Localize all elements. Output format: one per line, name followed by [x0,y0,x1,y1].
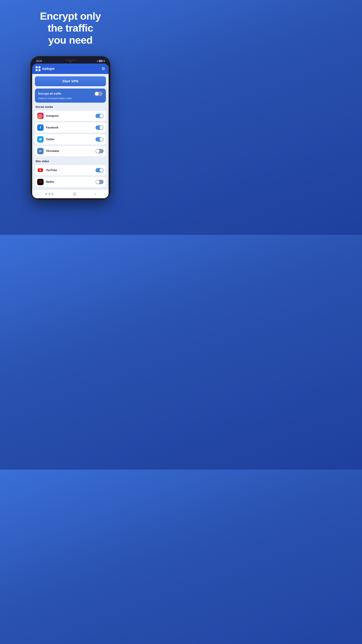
nav-home-button[interactable]: ⬜ [72,192,76,196]
app-header: notvpn ⚙ [32,64,109,74]
phone-nav: ⫼⫼⫼ ⬜ ‹ [32,190,109,198]
twitter-toggle[interactable] [95,137,104,142]
app-logo: notvpn [35,66,54,71]
start-vpn-button[interactable]: Start VPN [35,76,106,86]
social-media-section: Social media Instagram [32,103,109,159]
netflix-letter: N [39,180,42,184]
phone-screen: notvpn ⚙ Start VPN Encrypt all traffic L… [32,64,109,198]
twitter-name: Twitter [46,138,93,141]
youtube-play-container [38,168,43,172]
instagram-icon [37,113,43,119]
encrypt-row: Encrypt all traffic [38,92,103,96]
site-video-title: Site video [35,160,106,163]
facebook-toggle[interactable] [95,126,104,130]
status-icons: ▲ ▌▌▌ ▮ [96,60,105,62]
encrypt-title: Encrypt all traffic [38,92,61,96]
nav-recent-button[interactable]: ⫼⫼⫼ [45,192,54,196]
instagram-item: Instagram [35,111,106,121]
wifi-icon: ▲ [96,60,98,62]
instagram-toggle[interactable] [95,114,104,118]
social-media-title: Social media [35,105,106,109]
phone-shell: 11:13 ▲ ▌▌▌ ▮ notvpn ⚙ Start VPN [30,56,111,200]
youtube-play-triangle [40,169,41,172]
battery-icon: ▮ [104,60,105,62]
social-media-list: Instagram f Facebook [35,111,106,156]
encrypt-toggle[interactable] [94,92,103,96]
youtube-icon [37,167,43,174]
youtube-item: YouTube [35,165,106,176]
vkontakte-icon: VK [37,148,43,154]
svg-rect-0 [39,114,42,118]
netflix-icon: N [37,179,43,185]
facebook-letter: f [40,126,41,130]
facebook-name: Facebook [46,126,93,129]
site-video-list: YouTube N Netflix [35,165,106,187]
hero-title: Encrypt only the traffic you need [40,10,101,46]
instagram-svg [38,114,42,118]
nav-back-button[interactable]: ‹ [95,192,96,196]
encrypt-card: Encrypt all traffic Leads to increased b… [35,88,106,103]
logo-icon [35,66,40,71]
logo-dot-4 [38,69,40,71]
twitter-icon [37,136,43,142]
logo-dot-3 [35,69,38,71]
youtube-name: YouTube [46,169,93,172]
logo-dot-1 [35,66,38,68]
netflix-item: N Netflix [35,177,106,187]
netflix-name: Netflix [46,180,93,184]
vkontakte-item: VK VKontakte [35,146,106,156]
facebook-icon: f [37,124,43,131]
phone-speaker [65,60,75,60]
twitter-svg [39,138,42,141]
vkontakte-name: VKontakte [46,150,93,152]
app-name: notvpn [42,66,54,71]
netflix-toggle[interactable] [95,180,104,184]
svg-point-2 [41,115,41,115]
site-video-section: Site video YouTube N [32,159,109,190]
vk-letter: VK [39,150,42,152]
status-time: 11:13 [36,60,42,62]
settings-icon[interactable]: ⚙ [102,66,105,71]
logo-dot-2 [38,66,40,68]
twitter-item: Twitter [35,134,106,144]
phone-camera [69,61,71,63]
youtube-toggle[interactable] [95,168,104,172]
facebook-item: f Facebook [35,122,106,133]
instagram-name: Instagram [46,114,93,118]
signal-icon: ▌▌▌ [99,60,103,62]
svg-point-1 [40,115,41,116]
encrypt-subtitle: Leads to increased battery drain [38,97,103,100]
vkontakte-toggle[interactable] [95,149,104,153]
